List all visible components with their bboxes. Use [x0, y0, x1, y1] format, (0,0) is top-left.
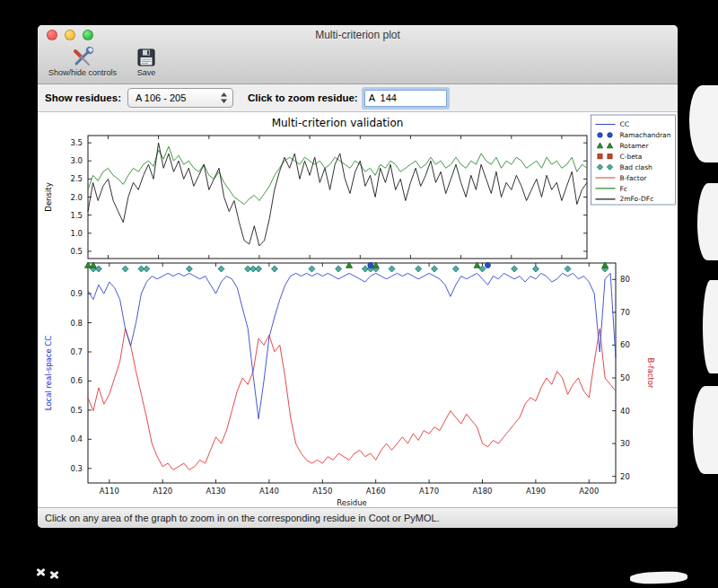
scan-artifact [693, 386, 718, 474]
close-button[interactable] [47, 30, 57, 40]
svg-text:50: 50 [620, 373, 630, 382]
save-label: Save [137, 68, 156, 77]
svg-text:0.9: 0.9 [70, 289, 83, 298]
svg-text:1.0: 1.0 [70, 229, 83, 238]
svg-text:CC: CC [620, 120, 629, 128]
svg-text:Ramachandran: Ramachandran [620, 131, 671, 139]
svg-text:A170: A170 [419, 487, 439, 496]
svg-text:3.5: 3.5 [70, 138, 83, 147]
scan-artifact [630, 571, 687, 584]
svg-text:Residue: Residue [337, 498, 367, 507]
svg-text:B-factor: B-factor [620, 174, 648, 182]
multi-criterion-chart[interactable]: Multi-criterion validation0.51.01.52.02.… [38, 112, 677, 507]
svg-text:40: 40 [620, 407, 630, 416]
zoom-residue-label: Click to zoom residue: [248, 92, 358, 103]
svg-text:A190: A190 [526, 487, 546, 496]
svg-text:0.5: 0.5 [70, 406, 83, 415]
window-titlebar[interactable]: Multi-criterion plot [38, 25, 678, 45]
show-hide-controls-label: Show/hide controls [48, 68, 117, 77]
svg-text:3.0: 3.0 [70, 156, 83, 165]
status-bar: Click on any area of the graph to zoom i… [38, 507, 678, 528]
svg-text:0.6: 0.6 [70, 376, 83, 385]
svg-text:0.3: 0.3 [70, 464, 83, 473]
svg-text:Local real-space CC: Local real-space CC [44, 336, 53, 410]
svg-text:20: 20 [620, 472, 630, 481]
svg-text:0.7: 0.7 [70, 347, 83, 356]
crossed-tools-icon [71, 47, 94, 68]
svg-text:A160: A160 [366, 487, 386, 496]
window-title: Multi-criterion plot [38, 25, 678, 45]
popup-stepper-icon [216, 92, 231, 104]
svg-text:A120: A120 [153, 487, 172, 496]
toolbar: Show/hide controls Save [38, 45, 678, 83]
svg-text:A200: A200 [579, 487, 599, 496]
svg-text:0.4: 0.4 [70, 434, 83, 443]
svg-text:B-factor: B-factor [646, 358, 655, 389]
svg-text:A180: A180 [472, 487, 492, 496]
show-residues-label: Show residues: [45, 92, 121, 103]
svg-text:A140: A140 [259, 487, 279, 496]
svg-text:60: 60 [620, 340, 630, 349]
show-hide-controls-button[interactable]: Show/hide controls [45, 45, 120, 79]
traffic-lights [47, 30, 93, 40]
svg-text:2.0: 2.0 [70, 193, 83, 202]
scan-artifact [697, 183, 718, 260]
scan-artifact [689, 85, 718, 162]
scan-artifact [36, 568, 45, 576]
residue-range-value: A 106 - 205 [136, 92, 216, 103]
save-icon [136, 47, 156, 68]
svg-text:Multi-criterion validation: Multi-criterion validation [272, 117, 404, 129]
svg-text:1.5: 1.5 [70, 211, 83, 220]
svg-text:30: 30 [620, 439, 630, 448]
plot-figure[interactable]: Multi-criterion validation0.51.01.52.02.… [38, 112, 678, 507]
svg-text:2.5: 2.5 [70, 174, 83, 183]
svg-text:Fc: Fc [620, 185, 627, 193]
svg-text:2mFo-DFc: 2mFo-DFc [620, 195, 654, 203]
residue-range-select[interactable]: A 106 - 205 [127, 88, 233, 108]
svg-text:Rotamer: Rotamer [620, 142, 650, 150]
maximize-button[interactable] [83, 30, 93, 40]
svg-text:A150: A150 [312, 487, 332, 496]
svg-text:80: 80 [620, 275, 630, 284]
svg-text:A110: A110 [100, 487, 119, 496]
window-chrome: Multi-criterion plot Show/hide controls [38, 25, 678, 84]
svg-text:0.8: 0.8 [70, 319, 83, 328]
svg-text:70: 70 [620, 308, 630, 317]
svg-text:A130: A130 [206, 487, 225, 496]
zoom-residue-input[interactable] [364, 90, 447, 107]
svg-text:C-beta: C-beta [620, 153, 643, 161]
app-window: Multi-criterion plot Show/hide controls [38, 25, 678, 528]
save-button[interactable]: Save [133, 45, 160, 79]
svg-text:Density: Density [44, 182, 53, 211]
scan-artifact [703, 280, 718, 373]
controls-bar: Show residues: A 106 - 205 Click to zoom… [38, 84, 678, 112]
status-text: Click on any area of the graph to zoom i… [45, 513, 440, 523]
minimize-button[interactable] [65, 30, 75, 40]
svg-text:0.5: 0.5 [70, 247, 83, 256]
svg-text:Bad clash: Bad clash [620, 163, 653, 171]
scan-artifact [49, 571, 58, 579]
